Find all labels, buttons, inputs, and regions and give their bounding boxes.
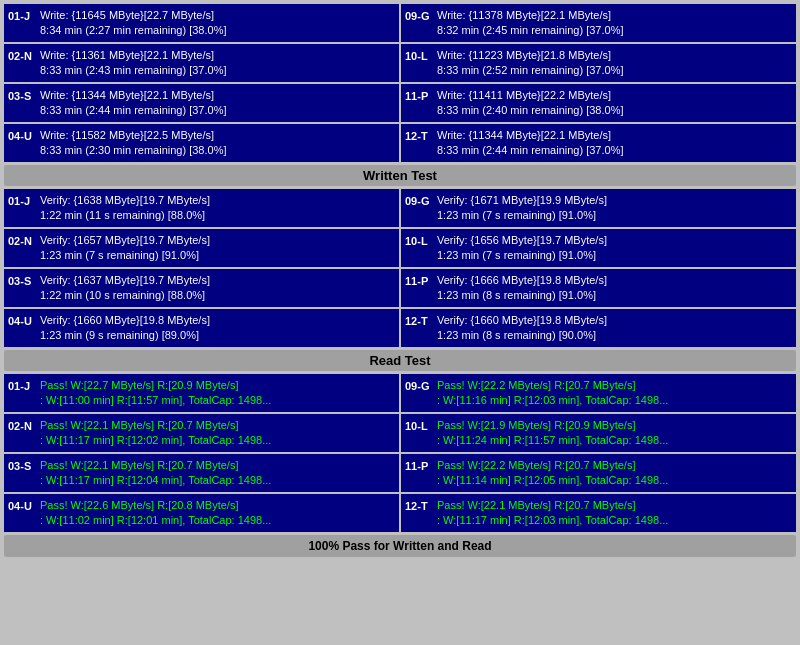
cell-write-grid-row1-right: 10-LWrite: {11223 MByte}[21.8 MByte/s]8:… bbox=[401, 44, 796, 82]
cell-id: 01-J bbox=[8, 193, 40, 207]
cell-line1: Verify: {1666 MByte}[19.8 MByte/s] bbox=[437, 273, 792, 288]
cell-content: Verify: {1657 MByte}[19.7 MByte/s]1:23 m… bbox=[40, 233, 395, 264]
read-grid: 01-JPass! W:[22.7 MByte/s] R:[20.9 MByte… bbox=[4, 374, 796, 532]
cell-line2: 8:33 min (2:43 min remaining) [37.0%] bbox=[40, 63, 395, 78]
cell-read-grid-row1-left: 02-NPass! W:[22.1 MByte/s] R:[20.7 MByte… bbox=[4, 414, 399, 452]
cell-line2: 1:22 min (10 s remaining) [88.0%] bbox=[40, 288, 395, 303]
cell-content: Verify: {1637 MByte}[19.7 MByte/s]1:22 m… bbox=[40, 273, 395, 304]
write-section: 01-JWrite: {11645 MByte}[22.7 MByte/s]8:… bbox=[4, 4, 796, 162]
cell-line1: Pass! W:[22.1 MByte/s] R:[20.7 MByte/s] bbox=[40, 418, 395, 433]
cell-content: Verify: {1660 MByte}[19.8 MByte/s]1:23 m… bbox=[40, 313, 395, 344]
read-test-header: Read Test bbox=[4, 350, 796, 371]
cell-content: Pass! W:[21.9 MByte/s] R:[20.9 MByte/s]:… bbox=[437, 418, 792, 449]
cell-line1: Write: {11344 MByte}[22.1 MByte/s] bbox=[437, 128, 792, 143]
cell-content: Write: {11645 MByte}[22.7 MByte/s]8:34 m… bbox=[40, 8, 395, 39]
cell-line2: : W:[11:17 min] R:[12:02 min], TotalCap:… bbox=[40, 433, 395, 448]
cell-read-grid-row3-right: 12-TPass! W:[22.1 MByte/s] R:[20.7 MByte… bbox=[401, 494, 796, 532]
cell-line1: Verify: {1657 MByte}[19.7 MByte/s] bbox=[40, 233, 395, 248]
write-grid: 01-JWrite: {11645 MByte}[22.7 MByte/s]8:… bbox=[4, 4, 796, 162]
cell-write-grid-row3-right: 12-TWrite: {11344 MByte}[22.1 MByte/s]8:… bbox=[401, 124, 796, 162]
cell-verify-grid-row3-right: 12-TVerify: {1660 MByte}[19.8 MByte/s]1:… bbox=[401, 309, 796, 347]
cell-content: Write: {11344 MByte}[22.1 MByte/s]8:33 m… bbox=[437, 128, 792, 159]
verify-section: 01-JVerify: {1638 MByte}[19.7 MByte/s]1:… bbox=[4, 189, 796, 347]
cell-line2: 8:32 min (2:45 min remaining) [37.0%] bbox=[437, 23, 792, 38]
cell-line2: 8:33 min (2:30 min remaining) [38.0%] bbox=[40, 143, 395, 158]
cell-line2: : W:[11:17 min] R:[12:03 min], TotalCap:… bbox=[437, 513, 792, 528]
cell-line1: Pass! W:[22.7 MByte/s] R:[20.9 MByte/s] bbox=[40, 378, 395, 393]
cell-id: 09-G bbox=[405, 8, 437, 22]
cell-id: 11-P bbox=[405, 458, 437, 472]
cell-line1: Pass! W:[22.1 MByte/s] R:[20.7 MByte/s] bbox=[40, 458, 395, 473]
cell-content: Write: {11344 MByte}[22.1 MByte/s]8:33 m… bbox=[40, 88, 395, 119]
cell-id: 10-L bbox=[405, 418, 437, 432]
cell-read-grid-row2-right: 11-PPass! W:[22.2 MByte/s] R:[20.7 MByte… bbox=[401, 454, 796, 492]
cell-id: 03-S bbox=[8, 458, 40, 472]
written-test-header: Written Test bbox=[4, 165, 796, 186]
cell-line2: 8:34 min (2:27 min remaining) [38.0%] bbox=[40, 23, 395, 38]
cell-content: Verify: {1660 MByte}[19.8 MByte/s]1:23 m… bbox=[437, 313, 792, 344]
cell-write-grid-row1-left: 02-NWrite: {11361 MByte}[22.1 MByte/s]8:… bbox=[4, 44, 399, 82]
cell-line2: : W:[11:24 min] R:[11:57 min], TotalCap:… bbox=[437, 433, 792, 448]
cell-read-grid-row0-right: 09-GPass! W:[22.2 MByte/s] R:[20.7 MByte… bbox=[401, 374, 796, 412]
cell-line2: : W:[11:17 min] R:[12:04 min], TotalCap:… bbox=[40, 473, 395, 488]
cell-line1: Verify: {1656 MByte}[19.7 MByte/s] bbox=[437, 233, 792, 248]
cell-write-grid-row3-left: 04-UWrite: {11582 MByte}[22.5 MByte/s]8:… bbox=[4, 124, 399, 162]
cell-line2: 1:23 min (7 s remaining) [91.0%] bbox=[40, 248, 395, 263]
cell-id: 02-N bbox=[8, 418, 40, 432]
cell-id: 04-U bbox=[8, 128, 40, 142]
verify-grid: 01-JVerify: {1638 MByte}[19.7 MByte/s]1:… bbox=[4, 189, 796, 347]
cell-line2: 8:33 min (2:44 min remaining) [37.0%] bbox=[40, 103, 395, 118]
cell-id: 09-G bbox=[405, 193, 437, 207]
cell-line2: 1:23 min (8 s remaining) [90.0%] bbox=[437, 328, 792, 343]
cell-id: 02-N bbox=[8, 48, 40, 62]
cell-content: Verify: {1638 MByte}[19.7 MByte/s]1:22 m… bbox=[40, 193, 395, 224]
cell-line1: Write: {11378 MByte}[22.1 MByte/s] bbox=[437, 8, 792, 23]
cell-line2: 1:23 min (9 s remaining) [89.0%] bbox=[40, 328, 395, 343]
cell-line2: 1:22 min (11 s remaining) [88.0%] bbox=[40, 208, 395, 223]
cell-write-grid-row2-right: 11-PWrite: {11411 MByte}[22.2 MByte/s]8:… bbox=[401, 84, 796, 122]
cell-content: Pass! W:[22.6 MByte/s] R:[20.8 MByte/s]:… bbox=[40, 498, 395, 529]
cell-write-grid-row0-left: 01-JWrite: {11645 MByte}[22.7 MByte/s]8:… bbox=[4, 4, 399, 42]
cell-content: Verify: {1671 MByte}[19.9 MByte/s]1:23 m… bbox=[437, 193, 792, 224]
main-container: 01-JWrite: {11645 MByte}[22.7 MByte/s]8:… bbox=[0, 0, 800, 561]
cell-content: Write: {11582 MByte}[22.5 MByte/s]8:33 m… bbox=[40, 128, 395, 159]
cell-content: Write: {11411 MByte}[22.2 MByte/s]8:33 m… bbox=[437, 88, 792, 119]
cell-write-grid-row2-left: 03-SWrite: {11344 MByte}[22.1 MByte/s]8:… bbox=[4, 84, 399, 122]
cell-line1: Verify: {1638 MByte}[19.7 MByte/s] bbox=[40, 193, 395, 208]
cell-line2: : W:[11:14 min] R:[12:05 min], TotalCap:… bbox=[437, 473, 792, 488]
cell-id: 10-L bbox=[405, 233, 437, 247]
cell-line2: 8:33 min (2:40 min remaining) [38.0%] bbox=[437, 103, 792, 118]
cell-line1: Verify: {1671 MByte}[19.9 MByte/s] bbox=[437, 193, 792, 208]
cell-line2: 1:23 min (7 s remaining) [91.0%] bbox=[437, 248, 792, 263]
cell-id: 04-U bbox=[8, 313, 40, 327]
cell-verify-grid-row1-right: 10-LVerify: {1656 MByte}[19.7 MByte/s]1:… bbox=[401, 229, 796, 267]
cell-content: Verify: {1656 MByte}[19.7 MByte/s]1:23 m… bbox=[437, 233, 792, 264]
cell-verify-grid-row0-left: 01-JVerify: {1638 MByte}[19.7 MByte/s]1:… bbox=[4, 189, 399, 227]
cell-line1: Pass! W:[22.2 MByte/s] R:[20.7 MByte/s] bbox=[437, 378, 792, 393]
cell-line2: : W:[11:02 min] R:[12:01 min], TotalCap:… bbox=[40, 513, 395, 528]
cell-verify-grid-row0-right: 09-GVerify: {1671 MByte}[19.9 MByte/s]1:… bbox=[401, 189, 796, 227]
cell-line1: Verify: {1660 MByte}[19.8 MByte/s] bbox=[437, 313, 792, 328]
cell-id: 10-L bbox=[405, 48, 437, 62]
cell-id: 11-P bbox=[405, 88, 437, 102]
footer-bar: 100% Pass for Written and Read bbox=[4, 535, 796, 557]
cell-content: Pass! W:[22.2 MByte/s] R:[20.7 MByte/s]:… bbox=[437, 458, 792, 489]
cell-line1: Verify: {1637 MByte}[19.7 MByte/s] bbox=[40, 273, 395, 288]
cell-line1: Pass! W:[22.6 MByte/s] R:[20.8 MByte/s] bbox=[40, 498, 395, 513]
cell-line2: 1:23 min (7 s remaining) [91.0%] bbox=[437, 208, 792, 223]
cell-content: Pass! W:[22.1 MByte/s] R:[20.7 MByte/s]:… bbox=[40, 458, 395, 489]
read-section: 01-JPass! W:[22.7 MByte/s] R:[20.9 MByte… bbox=[4, 374, 796, 532]
cell-id: 11-P bbox=[405, 273, 437, 287]
cell-id: 01-J bbox=[8, 8, 40, 22]
cell-line2: : W:[11:16 min] R:[12:03 min], TotalCap:… bbox=[437, 393, 792, 408]
cell-content: Write: {11361 MByte}[22.1 MByte/s]8:33 m… bbox=[40, 48, 395, 79]
cell-line1: Pass! W:[21.9 MByte/s] R:[20.9 MByte/s] bbox=[437, 418, 792, 433]
cell-verify-grid-row1-left: 02-NVerify: {1657 MByte}[19.7 MByte/s]1:… bbox=[4, 229, 399, 267]
cell-line1: Write: {11344 MByte}[22.1 MByte/s] bbox=[40, 88, 395, 103]
cell-id: 02-N bbox=[8, 233, 40, 247]
cell-read-grid-row2-left: 03-SPass! W:[22.1 MByte/s] R:[20.7 MByte… bbox=[4, 454, 399, 492]
cell-verify-grid-row2-left: 03-SVerify: {1637 MByte}[19.7 MByte/s]1:… bbox=[4, 269, 399, 307]
cell-read-grid-row1-right: 10-LPass! W:[21.9 MByte/s] R:[20.9 MByte… bbox=[401, 414, 796, 452]
cell-line1: Write: {11411 MByte}[22.2 MByte/s] bbox=[437, 88, 792, 103]
cell-id: 12-T bbox=[405, 498, 437, 512]
